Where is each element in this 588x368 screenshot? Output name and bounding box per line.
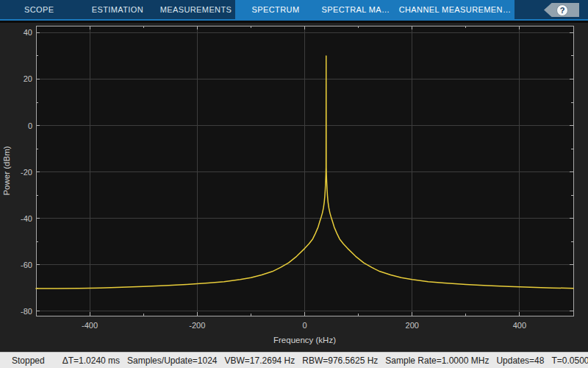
spectrum-chart[interactable]: 40200-20-40-60-80-400-2000200400Frequenc… [0,21,588,352]
x-tick-label: 200 [406,321,419,330]
tab-spectrum[interactable]: SPECTRUM [235,0,316,19]
y-tick-label: -80 [21,307,32,316]
spectrum-analyzer-window: SCOPE ESTIMATION MEASUREMENTS SPECTRUM S… [0,0,588,368]
y-tick-label: -20 [21,168,32,177]
tab-spectral-mask[interactable]: SPECTRAL MA… [316,0,395,19]
figure-top-strip [0,21,588,23]
x-axis-label: Frequency (kHz) [273,336,336,344]
x-tick-label: 400 [513,321,526,330]
tab-estimation[interactable]: ESTIMATION [79,0,157,19]
y-tick-label: -60 [21,261,32,269]
status-updates: Updates=48 [496,355,544,366]
tab-group-active: SPECTRUM SPECTRAL MA… CHANNEL MEASUREMEN… [235,0,514,19]
status-samples-per-update: Samples/Update=1024 [127,355,217,366]
status-time: T=0.0500 [551,355,588,366]
x-tick-label: 0 [302,321,306,330]
status-vbw: VBW=17.2694 Hz [225,355,295,366]
x-tick-label: -200 [189,321,205,330]
toolbar-spacer: ? [514,0,588,19]
y-tick-label: -40 [21,214,32,223]
toolstrip-tab-bar: SCOPE ESTIMATION MEASUREMENTS SPECTRUM S… [0,0,588,21]
y-axis-label: Power (dBm) [2,146,11,195]
y-tick-label: 0 [28,121,32,130]
chart-figure: 40200-20-40-60-80-400-2000200400Frequenc… [0,21,588,352]
tab-scope[interactable]: SCOPE [0,0,79,19]
y-tick-label: 40 [24,28,32,37]
status-state: Stopped [12,355,45,366]
help-button[interactable]: ? [544,3,579,17]
y-tick-label: 20 [24,74,32,83]
tab-channel-measurements[interactable]: CHANNEL MEASUREMEN… [395,0,514,19]
status-sample-rate: Sample Rate=1.0000 MHz [385,355,489,366]
tab-group-left: SCOPE ESTIMATION MEASUREMENTS [0,0,235,19]
status-bar: Stopped ΔT=1.0240 ms Samples/Update=1024… [0,352,588,368]
help-icon: ? [556,4,568,16]
status-rbw: RBW=976.5625 Hz [302,355,378,366]
status-delta-t: ΔT=1.0240 ms [62,355,120,366]
tab-measurements[interactable]: MEASUREMENTS [157,0,235,19]
x-tick-label: -400 [82,321,98,330]
